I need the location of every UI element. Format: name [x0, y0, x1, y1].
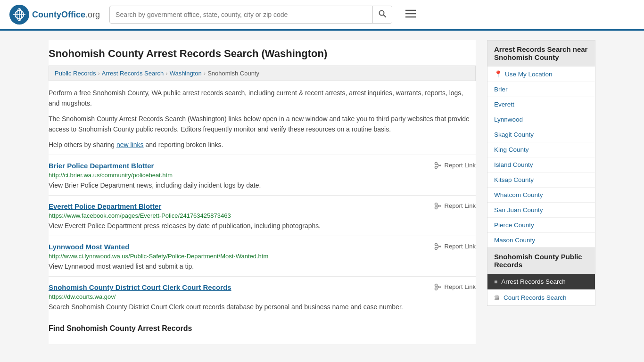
inactive-item-icon: 🏛 — [494, 295, 500, 301]
sidebar-link-sanjuan[interactable]: San Juan County — [487, 203, 595, 217]
scissors-icon-1 — [434, 202, 442, 210]
sidebar-nearby-whatcom[interactable]: Whatcom County — [487, 188, 595, 203]
result-entry-2: Lynnwood Most Wanted Report Link http://… — [49, 236, 476, 276]
svg-point-23 — [435, 288, 437, 290]
main-container: Snohomish County Arrest Records Search (… — [39, 31, 605, 354]
public-records-title: Snohomish County Public Records — [487, 247, 595, 274]
result-entry-3: Snohomish County District Court Clerk Co… — [49, 276, 476, 317]
svg-point-10 — [435, 162, 437, 165]
result-url-3[interactable]: https://dw.courts.wa.gov/ — [49, 293, 476, 300]
active-item-label: Arrest Records Search — [501, 278, 566, 285]
breadcrumb-public-records[interactable]: Public Records — [55, 70, 96, 77]
sidebar-link-lynnwood[interactable]: Lynnwood — [487, 112, 595, 127]
report-link-btn-1[interactable]: Report Link — [434, 202, 476, 210]
menu-button[interactable] — [402, 7, 420, 23]
description-p1: Perform a free Snohomish County, WA publ… — [49, 88, 476, 109]
use-location-link[interactable]: 📍 Use My Location — [487, 66, 595, 82]
sidebar-link-king[interactable]: King County — [487, 142, 595, 157]
report-link-btn-0[interactable]: Report Link — [434, 162, 476, 169]
sidebar-link-kitsap[interactable]: Kitsap County — [487, 173, 595, 187]
scissors-icon-3 — [434, 283, 442, 291]
hamburger-icon — [405, 9, 416, 18]
report-link-btn-2[interactable]: Report Link — [434, 243, 476, 250]
description-p2: The Snohomish County Arrest Records Sear… — [49, 114, 476, 135]
sidebar-court-records[interactable]: 🏛 Court Records Search — [487, 289, 595, 305]
nearby-box: Arrest Records Search near Snohomish Cou… — [487, 40, 595, 306]
result-desc-2: View Lynnwood most wanted list and submi… — [49, 262, 476, 272]
sidebar-link-brier[interactable]: Brier — [487, 82, 595, 97]
result-desc-3: Search Snohomish County District Court C… — [49, 302, 476, 312]
result-desc-0: View Brier Police Department news, inclu… — [49, 181, 476, 190]
result-title-0[interactable]: Brier Police Department Blotter — [49, 162, 154, 170]
search-bar — [109, 6, 392, 24]
report-link-btn-3[interactable]: Report Link — [434, 283, 476, 291]
svg-point-19 — [435, 247, 437, 249]
description-p3: Help others by sharing new links and rep… — [49, 140, 476, 150]
breadcrumb-arrest-records[interactable]: Arrest Records Search — [102, 70, 164, 77]
svg-line-6 — [384, 15, 386, 17]
sidebar-nearby-mason[interactable]: Mason County — [487, 233, 595, 247]
sidebar-nearby-everett[interactable]: Everett — [487, 97, 595, 112]
svg-point-14 — [435, 203, 437, 205]
sidebar-nearby-pierce[interactable]: Pierce County — [487, 218, 595, 233]
page-title: Snohomish County Arrest Records Search (… — [49, 40, 476, 66]
result-title-2[interactable]: Lynnwood Most Wanted — [49, 243, 129, 251]
new-links-link[interactable]: new links — [116, 141, 144, 148]
sidebar-link-everett[interactable]: Everett — [487, 97, 595, 112]
nearby-title: Arrest Records Search near Snohomish Cou… — [487, 41, 595, 66]
nearby-list: 📍 Use My Location Brier Everett Lynnwood… — [487, 66, 595, 247]
sidebar-nearby-king[interactable]: King County — [487, 142, 595, 157]
active-item-icon: ■ — [494, 279, 497, 285]
results-list: Brier Police Department Blotter Report L… — [49, 155, 476, 317]
sidebar-active-arrest-records[interactable]: ■ Arrest Records Search — [487, 274, 595, 289]
result-entry-0: Brier Police Department Blotter Report L… — [49, 155, 476, 195]
sidebar: Arrest Records Search near Snohomish Cou… — [487, 40, 595, 344]
sidebar-use-location[interactable]: 📍 Use My Location — [487, 66, 595, 82]
search-input[interactable] — [110, 7, 372, 22]
sidebar-nearby-island[interactable]: Island County — [487, 157, 595, 173]
svg-point-22 — [435, 284, 437, 286]
search-icon — [379, 10, 386, 17]
sidebar-nearby-kitsap[interactable]: Kitsap County — [487, 173, 595, 188]
sidebar-link-whatcom[interactable]: Whatcom County — [487, 188, 595, 202]
header: CountyOffice.org — [0, 0, 644, 31]
logo-icon — [9, 5, 29, 25]
inactive-item-label: Court Records Search — [504, 294, 567, 301]
breadcrumb-sep-3: › — [204, 70, 206, 77]
sidebar-link-skagit[interactable]: Skagit County — [487, 127, 595, 142]
sidebar-nearby-brier[interactable]: Brier — [487, 82, 595, 97]
scissors-icon-2 — [434, 243, 442, 250]
logo[interactable]: CountyOffice.org — [9, 5, 100, 25]
breadcrumb-washington[interactable]: Washington — [170, 70, 202, 77]
logo-text: CountyOffice.org — [32, 10, 100, 20]
sidebar-nearby-lynnwood[interactable]: Lynnwood — [487, 112, 595, 127]
result-title-3[interactable]: Snohomish County District Court Clerk Co… — [49, 283, 231, 291]
result-url-1[interactable]: https://www.facebook.com/pages/Everett-P… — [49, 212, 476, 219]
find-section-heading: Find Snohomish County Arrest Records — [49, 317, 476, 335]
description-area: Perform a free Snohomish County, WA publ… — [49, 81, 476, 150]
result-title-1[interactable]: Everett Police Department Blotter — [49, 202, 161, 210]
result-entry-1: Everett Police Department Blotter Report… — [49, 195, 476, 236]
result-url-2[interactable]: http://www.ci.lynnwood.wa.us/Public-Safe… — [49, 253, 476, 260]
sidebar-link-island[interactable]: Island County — [487, 157, 595, 172]
sidebar-nearby-sanjuan[interactable]: San Juan County — [487, 203, 595, 218]
sidebar-link-pierce[interactable]: Pierce County — [487, 218, 595, 232]
sidebar-nearby-skagit[interactable]: Skagit County — [487, 127, 595, 142]
breadcrumb-sep-1: › — [98, 70, 99, 77]
svg-point-18 — [435, 243, 437, 246]
location-icon: 📍 — [494, 70, 502, 78]
content-area: Snohomish County Arrest Records Search (… — [49, 40, 476, 344]
svg-point-11 — [435, 166, 437, 168]
search-button[interactable] — [372, 6, 392, 23]
breadcrumb-current: Snohomish County — [207, 70, 259, 77]
svg-point-15 — [435, 206, 437, 209]
sidebar-link-mason[interactable]: Mason County — [487, 233, 595, 247]
breadcrumb: Public Records › Arrest Records Search ›… — [49, 66, 476, 81]
result-url-0[interactable]: http://ci.brier.wa.us/community/policebe… — [49, 172, 476, 179]
result-desc-1: View Everett Police Department press rel… — [49, 221, 476, 231]
breadcrumb-sep-2: › — [165, 70, 167, 77]
scissors-icon-0 — [434, 162, 442, 169]
